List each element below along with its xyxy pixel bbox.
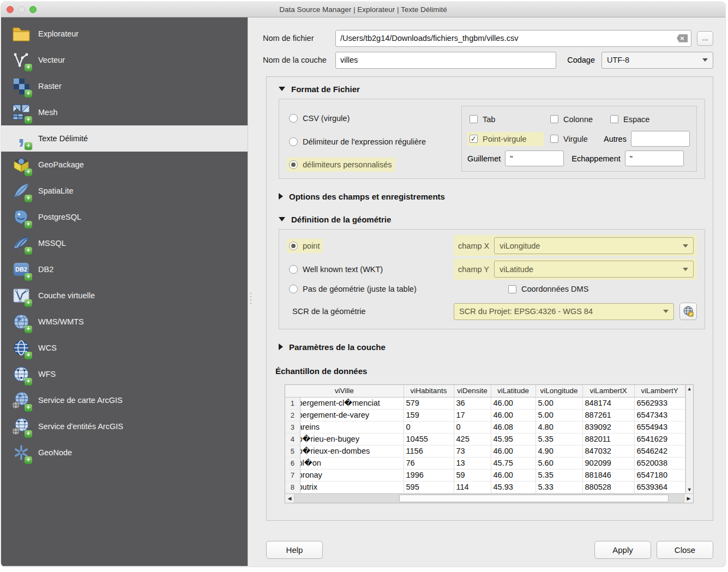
select-crs-button[interactable] (679, 303, 697, 320)
table-cell: 6547343 (634, 409, 685, 421)
chevron-down-icon (683, 244, 688, 248)
radio-wkt[interactable]: Well known text (WKT) (287, 262, 386, 276)
add-badge-icon: + (25, 456, 32, 464)
table-cell: 880528 (582, 481, 634, 493)
x-field-select[interactable]: viLongitude (494, 237, 694, 254)
add-badge-icon: + (25, 221, 32, 228)
radio-custom-delimiters[interactable]: délimiteurs personnalisés (287, 158, 395, 172)
scroll-right-icon[interactable]: ▶ (684, 494, 693, 503)
sidebar-item-postgresql[interactable]: + PostgreSQL (1, 204, 248, 230)
table-cell: bronay (300, 469, 404, 481)
sample-data-label: Échantillon de données (275, 366, 706, 376)
wfs-globe-icon: + (11, 364, 32, 384)
sidebar-item-mesh[interactable]: + Mesh (1, 99, 248, 125)
file-name-input[interactable] (335, 30, 691, 47)
triangle-down-icon (279, 217, 285, 221)
section-geometry-definition[interactable]: Définition de la géométrie (279, 213, 706, 226)
escape-input[interactable] (625, 150, 684, 166)
help-button[interactable]: Help (266, 541, 323, 559)
sidebar-item-wms-wmts[interactable]: + WMS/WMTS (1, 309, 248, 335)
radio-icon (289, 285, 298, 293)
sample-data-table: viVille viHabitants viDensite viLatitude… (285, 384, 694, 503)
table-cell: 579 (404, 397, 454, 409)
chevron-down-icon (663, 310, 669, 313)
vertical-scrollbar[interactable]: ▲ ▼ (685, 385, 693, 493)
radio-icon (289, 114, 298, 123)
section-layer-settings[interactable]: Paramètres de la couche (279, 340, 706, 353)
geopackage-icon: + (11, 154, 32, 175)
scroll-up-icon[interactable]: ▲ (687, 386, 692, 392)
escape-label: Echappement (571, 154, 620, 163)
layer-name-input[interactable] (335, 52, 556, 69)
table-row: 8 butrix 595 114 45.93 5.33 880528 65393… (285, 481, 685, 493)
arcgis-map-service-icon: + (11, 390, 32, 411)
quote-input[interactable] (505, 150, 564, 166)
sidebar-item-vecteur[interactable]: + Vecteur (1, 47, 248, 73)
apply-button[interactable]: Apply (594, 541, 651, 559)
table-cell: 6520038 (634, 457, 685, 469)
checkbox-dms-coordinates[interactable]: Coordonnées DMS (506, 282, 592, 296)
table-cell: 159 (404, 409, 454, 421)
table-cell: 595 (404, 481, 454, 493)
table-cell: 425 (454, 433, 491, 445)
radio-point[interactable]: point (287, 239, 323, 253)
triangle-right-icon (279, 344, 283, 350)
sidebar-item-geopackage[interactable]: + GeoPackage (1, 152, 248, 178)
checkbox-point-virgule[interactable]: ✓ Point-virgule (467, 132, 544, 146)
table-cell: 4.90 (536, 445, 582, 457)
table-cell: 10455 (404, 433, 454, 445)
table-cell: bl�on (300, 457, 404, 469)
checkbox-tab[interactable]: Tab (467, 112, 544, 127)
table-cell: 848174 (582, 397, 634, 409)
radio-no-geometry[interactable]: Pas de géométrie (juste la table) (287, 282, 420, 296)
encoding-select[interactable]: UTF-8 (601, 52, 713, 69)
sidebar-item-db2[interactable]: DB2 + DB2 (1, 256, 248, 282)
row-number: 5 (285, 445, 300, 457)
sidebar-item-wcs[interactable]: + WCS (1, 335, 248, 361)
sidebar-item-texte-delimite[interactable]: , + Texte Délimité (1, 125, 248, 152)
y-field-select[interactable]: viLatitude (494, 261, 694, 278)
section-file-format[interactable]: Format de Fichier (279, 82, 706, 95)
sidebar-item-arcgis-map-service[interactable]: + Service de carte ArcGIS (1, 387, 248, 413)
add-badge-icon: + (25, 273, 32, 281)
table-cell: 6541629 (634, 433, 685, 445)
sidebar-item-arcgis-feature-service[interactable]: + Service d'entités ArcGIS (1, 413, 248, 439)
add-badge-icon: + (25, 326, 32, 333)
add-badge-icon: + (25, 299, 32, 307)
table-cell: 882011 (582, 433, 634, 445)
scrollbar-thumb[interactable] (399, 495, 669, 502)
checkbox-espace[interactable]: Espace (608, 112, 653, 127)
radio-regex-delimiter[interactable]: Délimiteur de l'expression régulière (287, 135, 429, 149)
add-badge-icon: + (25, 142, 32, 150)
checkbox-colonne[interactable]: Colonne (548, 112, 608, 127)
virtual-layer-icon: + (11, 285, 32, 306)
y-field-label: champ Y (458, 265, 489, 274)
radio-checked-icon (289, 160, 298, 169)
sidebar-item-wfs[interactable]: + WFS (1, 361, 248, 387)
sidebar-splitter[interactable] (248, 17, 255, 566)
table-row: 4 b�rieu-en-bugey 10455 425 45.95 5.35 8… (285, 433, 685, 445)
sidebar-item-geonode[interactable]: + GeoNode (1, 439, 248, 466)
sidebar-item-mssql[interactable]: + MSSQL (1, 230, 248, 256)
scroll-left-icon[interactable]: ◀ (285, 494, 294, 503)
geometry-crs-label: SCR de la géométrie (287, 307, 454, 316)
table-cell: 46.00 (491, 445, 536, 457)
table-cell: 6547180 (634, 469, 685, 481)
radio-csv[interactable]: CSV (virgule) (287, 111, 353, 125)
checkbox-virgule[interactable]: Virgule (548, 132, 603, 146)
others-delimiter-input[interactable] (631, 131, 690, 147)
add-badge-icon: + (25, 168, 32, 176)
sidebar-item-explorateur[interactable]: Explorateur (1, 21, 248, 47)
table-cell: 1156 (404, 445, 454, 457)
geometry-crs-select[interactable]: SCR du Projet: EPSG:4326 - WGS 84 (454, 303, 674, 320)
horizontal-scrollbar[interactable]: ◀ ▶ (285, 493, 693, 503)
sidebar-item-spatialite[interactable]: + SpatiaLite (1, 178, 248, 204)
row-number: 4 (285, 433, 300, 445)
section-field-options[interactable]: Options des champs et enregistrements (279, 190, 706, 203)
sidebar-item-raster[interactable]: + Raster (1, 73, 248, 99)
scroll-down-icon[interactable]: ▼ (687, 487, 692, 492)
browse-file-button[interactable]: ... (697, 31, 713, 46)
close-button[interactable]: Close (657, 541, 713, 559)
table-cell: 5.00 (536, 397, 582, 409)
sidebar-item-couche-virtuelle[interactable]: + Couche virtuelle (1, 282, 248, 309)
